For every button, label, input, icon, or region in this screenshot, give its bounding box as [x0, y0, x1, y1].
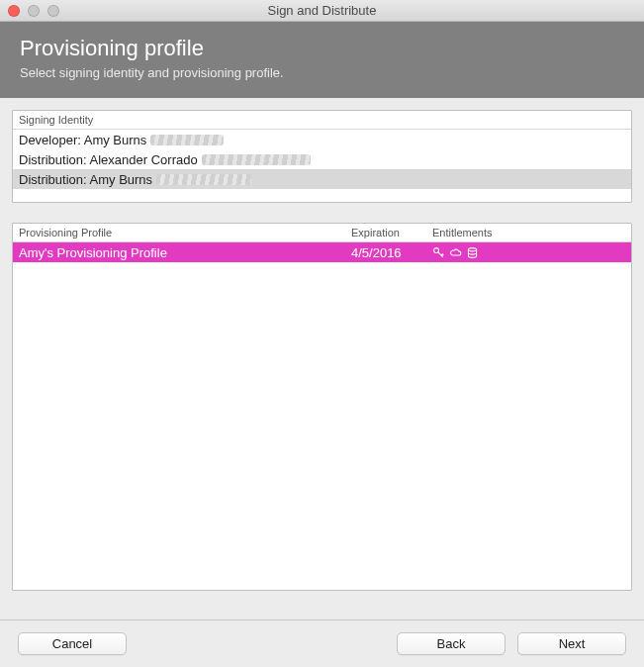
footer: Cancel Back Next — [0, 619, 644, 667]
database-icon — [466, 246, 479, 259]
provisioning-profile-header: Provisioning Profile Expiration Entitlem… — [13, 224, 631, 242]
redacted-text — [202, 154, 311, 165]
page-subtitle: Select signing identity and provisioning… — [20, 65, 624, 80]
profile-name: Amy's Provisioning Profile — [13, 244, 345, 261]
key-icon — [432, 246, 445, 259]
signing-identity-label: Developer: Amy Burns — [19, 133, 146, 147]
provisioning-profile-row[interactable]: Amy's Provisioning Profile4/5/2016 — [13, 242, 631, 262]
signing-identity-header: Signing Identity — [13, 111, 631, 130]
column-header-name: Provisioning Profile — [13, 224, 345, 241]
provisioning-profile-list: Provisioning Profile Expiration Entitlem… — [12, 223, 632, 591]
back-button[interactable]: Back — [397, 632, 506, 655]
traffic-lights — [8, 5, 59, 17]
signing-identity-header-label: Signing Identity — [19, 114, 93, 126]
column-header-entitlements: Entitlements — [426, 224, 631, 241]
content-area: Signing Identity Developer: Amy BurnsDis… — [0, 98, 644, 591]
signing-identity-label: Distribution: Amy Burns — [19, 172, 152, 187]
signing-identity-row[interactable]: Distribution: Alexander Corrado — [13, 149, 631, 169]
signing-identity-row[interactable]: Developer: Amy Burns — [13, 130, 631, 149]
cloud-icon — [449, 246, 462, 259]
redacted-text — [150, 135, 224, 145]
cancel-button[interactable]: Cancel — [18, 632, 127, 655]
close-window-button[interactable] — [8, 5, 20, 17]
header-banner: Provisioning profile Select signing iden… — [0, 22, 644, 98]
redacted-text — [156, 174, 251, 185]
profile-expiration: 4/5/2016 — [345, 244, 426, 261]
zoom-window-button[interactable] — [47, 5, 59, 17]
profile-entitlements — [426, 245, 631, 260]
page-title: Provisioning profile — [20, 36, 624, 61]
next-button[interactable]: Next — [517, 632, 626, 655]
window-title: Sign and Distribute — [0, 3, 644, 18]
signing-identity-list: Signing Identity Developer: Amy BurnsDis… — [12, 110, 632, 203]
signing-identity-row[interactable]: Distribution: Amy Burns — [13, 169, 631, 189]
column-header-expiration: Expiration — [345, 224, 426, 241]
svg-point-1 — [468, 247, 476, 250]
minimize-window-button[interactable] — [28, 5, 40, 17]
signing-identity-label: Distribution: Alexander Corrado — [19, 152, 198, 167]
titlebar: Sign and Distribute — [0, 0, 644, 22]
